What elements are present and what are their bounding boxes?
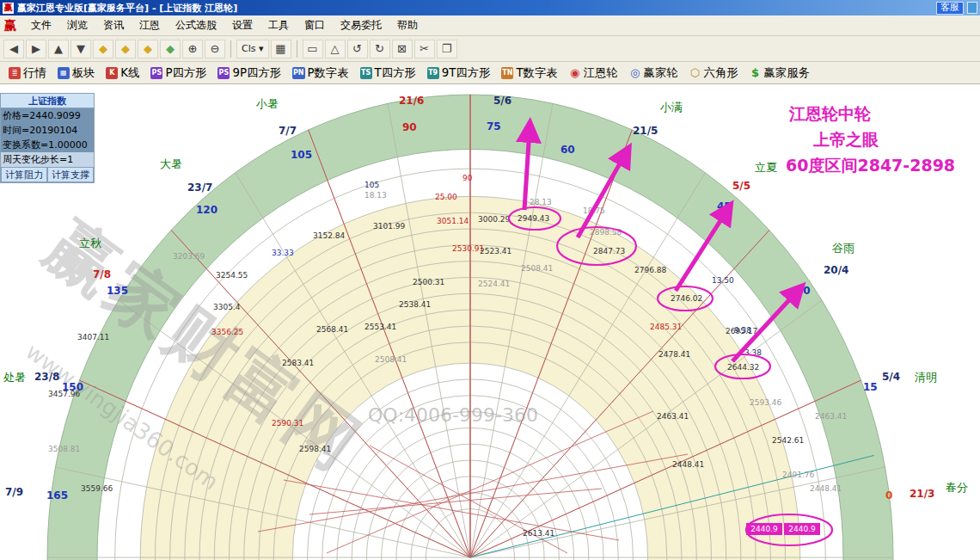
wheel-outer-label: 23/7 — [187, 182, 212, 193]
chart-mode-行情[interactable]: ≣行情 — [3, 64, 52, 83]
wheel-outer-label: 立秋 — [79, 237, 101, 249]
chart-mode-label: T四方形 — [375, 65, 416, 81]
zoom-in-icon[interactable]: ⊕ — [182, 40, 203, 58]
wheel-ring-value: 2796.88 — [634, 267, 666, 274]
highlight-value-box: 2440.9 — [746, 523, 782, 535]
diamond-icon-4[interactable]: ◆ — [160, 40, 181, 58]
menu-item-9[interactable]: 交易委托 — [333, 15, 389, 35]
wheel-ring-value: 2568.41 — [316, 326, 348, 334]
wheel-ring-value: 33.33 — [272, 249, 294, 257]
chart-mode-9T四方形[interactable]: T99T四方形 — [422, 64, 496, 83]
diamond-icon-3[interactable]: ◆ — [138, 40, 158, 58]
chart-mode-江恩轮[interactable]: ◉江恩轮 — [564, 64, 623, 83]
back-icon[interactable]: ◀ — [3, 40, 24, 58]
rotate-right-icon[interactable]: ↻ — [370, 40, 390, 58]
cls-button[interactable]: Cls ▾ — [236, 40, 269, 58]
comment-icon[interactable]: ❐ — [437, 40, 457, 58]
chart-mode-T数字表[interactable]: TNT数字表 — [496, 64, 562, 83]
wheel-ring-value: 3407.11 — [77, 334, 109, 342]
wheel-ring-value: 25.00 — [435, 194, 457, 201]
chart-mode-label: P四方形 — [165, 65, 206, 81]
triangle-tool-icon[interactable]: △ — [325, 40, 346, 58]
rect-tool-icon[interactable]: ▭ — [303, 40, 323, 58]
wheel-ring-value: 2847.73 — [593, 248, 625, 255]
chart-mode-板块[interactable]: ▦板块 — [52, 64, 101, 83]
menu-item-4[interactable]: 江恩 — [132, 15, 168, 35]
chart-mode-赢家轮[interactable]: ◎赢家轮 — [624, 64, 683, 83]
wheel-outer-label: 20/4 — [824, 265, 848, 275]
annotation-text: 60度区间2847-2898 — [786, 155, 955, 177]
menu-item-10[interactable]: 帮助 — [389, 15, 426, 35]
wheel-ring-value: 2523.41 — [480, 248, 511, 255]
wheel-ring-value: 2593.46 — [750, 399, 781, 407]
wheel-ring-value: 2553.41 — [364, 323, 396, 331]
wheel-ring-value: 2491.76 — [782, 471, 814, 479]
chart-mode-label: 9P四方形 — [232, 65, 281, 81]
wheel-ring-value: 2508.41 — [521, 265, 553, 273]
wheel-ring-value: 2644.32 — [727, 364, 759, 372]
wheel-ring-value: 13.50 — [712, 277, 734, 285]
wheel-outer-label: 7/8 — [93, 269, 111, 280]
9T四方形-icon: T9 — [427, 67, 439, 79]
wheel-outer-label: 165 — [46, 490, 68, 501]
wheel-ring-value: 3000.29 — [478, 216, 510, 224]
wheel-ring-value: 3101.99 — [373, 223, 405, 231]
chart-mode-六角形[interactable]: ⬡六角形 — [684, 64, 744, 83]
wheel-ring-value: 18.75 — [583, 207, 605, 215]
wheel-ring-value: 18.13 — [364, 192, 387, 200]
zoom-out-icon[interactable]: ⊖ — [205, 40, 225, 58]
menu-item-6[interactable]: 设置 — [224, 15, 260, 35]
wheel-ring-value: 2538.41 — [399, 301, 431, 309]
index-info-panel: 上证指数 价格=2440.9099时间=20190104变换系数=1.00000… — [0, 93, 95, 183]
menu-item-5[interactable]: 公式选股 — [168, 15, 224, 35]
wheel-ring-value: 2746.02 — [671, 295, 702, 303]
chart-mode-items: ≣行情▦板块KK线PSP四方形PS9P四方形PNP数字表TST四方形T99T四方… — [3, 64, 815, 83]
chart-mode-赢家服务[interactable]: $赢家服务 — [744, 64, 815, 83]
wheel-outer-label: 135 — [107, 286, 128, 296]
wheel-ring-value: 2598.41 — [299, 446, 331, 453]
wheel-ring-value: 2485.31 — [650, 323, 682, 331]
chart-mode-P四方形[interactable]: PSP四方形 — [145, 64, 211, 83]
wheel-ring-value: 3.38 — [744, 349, 762, 357]
赢家服务-icon: $ — [750, 67, 762, 79]
cut-icon[interactable]: ✂ — [414, 40, 435, 58]
P数字表-icon: PN — [292, 67, 305, 79]
diamond-icon-2[interactable]: ◆ — [115, 40, 136, 58]
板块-icon: ▦ — [58, 67, 70, 79]
chart-mode-K线[interactable]: KK线 — [101, 64, 144, 83]
wheel-outer-label: 谷雨 — [832, 243, 854, 254]
chart-mode-9P四方形[interactable]: PS9P四方形 — [212, 64, 286, 83]
wheel-ring-value: 2448.41 — [810, 485, 842, 493]
customer-service-button[interactable]: 客服 — [936, 2, 964, 15]
info-button-1[interactable]: 计算阻力 — [1, 167, 47, 182]
info-row-3: 变换系数=1.00000 — [1, 138, 94, 152]
rotate-left-icon[interactable]: ↺ — [347, 40, 368, 58]
chart-mode-T四方形[interactable]: TST四方形 — [355, 64, 421, 83]
grid-icon[interactable]: ▦ — [271, 40, 291, 58]
index-name: 上证指数 — [1, 94, 94, 108]
P四方形-icon: PS — [150, 67, 162, 79]
行情-icon: ≣ — [9, 67, 21, 79]
forward-icon[interactable]: ▶ — [26, 40, 46, 58]
赢家轮-icon: ◎ — [629, 67, 641, 79]
menu-item-7[interactable]: 工具 — [260, 15, 297, 35]
close-tool-icon[interactable]: ⊠ — [392, 40, 413, 58]
info-buttons: 计算阻力计算支撑 — [1, 167, 94, 182]
diamond-icon-1[interactable]: ◆ — [93, 40, 113, 58]
wheel-ring-value: 2448.41 — [672, 461, 704, 469]
wheel-outer-label: 处暑 — [3, 372, 26, 383]
wheel-outer-label: 5/4 — [882, 372, 900, 382]
menu-item-3[interactable]: 资讯 — [95, 15, 132, 35]
wheel-ring-value: 2613.41 — [523, 530, 554, 538]
menu-item-1[interactable]: 文件 — [23, 15, 59, 35]
filter-icon[interactable]: ▼ — [70, 40, 91, 58]
pointer-icon[interactable]: ▲ — [48, 40, 69, 58]
info-button-2[interactable]: 计算支撑 — [47, 167, 94, 182]
chart-mode-P数字表[interactable]: PNP数字表 — [287, 64, 354, 83]
gann-wheel-chart[interactable]: 赢家财富网 www.yingjia360.com QQ:4006-999-360… — [0, 84, 980, 560]
toolbar-icons: ◀▶▲▼◆◆◆◆⊕⊖Cls ▾▦▭△↺↻⊠✂❐ — [3, 40, 457, 58]
annotation-text: 江恩轮中轮 — [789, 103, 871, 126]
chart-mode-label: 赢家轮 — [644, 65, 678, 81]
menu-item-8[interactable]: 窗口 — [297, 15, 333, 35]
menu-item-2[interactable]: 浏览 — [59, 15, 95, 35]
